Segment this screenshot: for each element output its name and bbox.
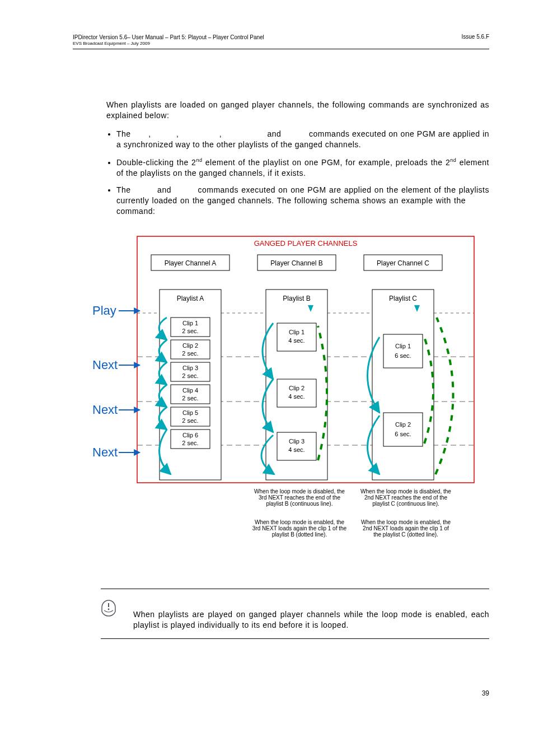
diagram-col-c: Player Channel C Playlist C Clip 1 6 sec… (364, 255, 453, 480)
svg-text:Playlist C: Playlist C (389, 295, 417, 302)
svg-rect-49 (383, 334, 423, 368)
svg-text:Clip 2: Clip 2 (182, 342, 198, 349)
cmd-next-1: Next (92, 358, 118, 372)
svg-point-57 (108, 609, 110, 610)
svg-text:2 sec.: 2 sec. (182, 395, 198, 402)
caption-b1: When the loop mode is disabled, the 3rd … (252, 488, 347, 507)
caption-c1: When the loop mode is disabled, the 2nd … (358, 488, 453, 507)
bullet-list: The , , , and commands executed on one P… (106, 129, 489, 217)
svg-text:Playlist B: Playlist B (283, 295, 310, 302)
svg-text:Playlist A: Playlist A (177, 295, 204, 302)
svg-text:Clip 3: Clip 3 (289, 438, 305, 445)
svg-text:Player Channel B: Player Channel B (270, 259, 322, 267)
svg-text:Clip 2: Clip 2 (395, 421, 411, 428)
svg-text:2 sec.: 2 sec. (182, 440, 198, 446)
diagram-col-a: Player Channel A Playlist A Clip 1 2 sec… (151, 255, 229, 480)
svg-rect-52 (383, 413, 423, 446)
svg-text:Clip 2: Clip 2 (289, 385, 305, 391)
bullet-2: Double-clicking the 2nd element of the p… (116, 157, 489, 178)
svg-text:4 sec.: 4 sec. (288, 393, 305, 400)
diagram-title: GANGED PLAYER CHANNELS (254, 239, 358, 248)
svg-text:2 sec.: 2 sec. (182, 372, 198, 379)
note-block: When playlists are played on ganged play… (101, 589, 489, 639)
svg-text:4 sec.: 4 sec. (288, 337, 305, 344)
header-divider (73, 49, 489, 49)
page-number: 39 (73, 689, 489, 697)
page-header: IPDirector Version 5.6– User Manual – Pa… (73, 34, 489, 46)
svg-text:Clip 4: Clip 4 (182, 387, 198, 394)
svg-text:6 sec.: 6 sec. (395, 431, 411, 437)
bullet-3: The and commands executed on one PGM are… (116, 185, 489, 217)
cmd-next-3: Next (92, 445, 118, 459)
diagram-col-b: Player Channel B Playlist B Clip 1 4 sec… (257, 255, 336, 480)
svg-text:Player Channel A: Player Channel A (165, 259, 217, 267)
svg-text:Clip 3: Clip 3 (182, 365, 198, 371)
svg-text:Clip 1: Clip 1 (289, 329, 305, 335)
intro-paragraph: When playlists are loaded on ganged play… (106, 100, 489, 121)
svg-text:4 sec.: 4 sec. (288, 446, 305, 453)
ganged-channels-diagram: GANGED PLAYER CHANNELS Play Next Next Ne… (84, 234, 489, 561)
caption-b2: When the loop mode is enabled, the 3rd N… (252, 519, 347, 538)
svg-text:Clip 1: Clip 1 (395, 343, 411, 349)
bullet-1: The , , , and commands executed on one P… (116, 129, 489, 150)
note-text: When playlists are played on ganged play… (133, 599, 489, 631)
cmd-next-2: Next (92, 403, 118, 417)
svg-text:Player Channel C: Player Channel C (377, 259, 429, 267)
svg-text:2 sec.: 2 sec. (182, 417, 198, 424)
svg-text:2 sec.: 2 sec. (182, 328, 198, 334)
svg-rect-47 (372, 290, 434, 480)
svg-text:Clip 1: Clip 1 (182, 320, 198, 326)
svg-text:Clip 6: Clip 6 (182, 432, 198, 438)
svg-text:2 sec.: 2 sec. (182, 350, 198, 357)
caption-c2: When the loop mode is enabled, the 2nd N… (358, 519, 453, 538)
cmd-play: Play (92, 304, 116, 318)
svg-text:6 sec.: 6 sec. (395, 352, 411, 359)
svg-text:Clip 5: Clip 5 (182, 409, 198, 416)
header-subtitle: EVS Broadcast Equipment – July 2009 (73, 41, 264, 46)
header-title: IPDirector Version 5.6– User Manual – Pa… (73, 34, 264, 41)
header-issue: Issue 5.6.F (462, 34, 489, 40)
caution-icon (101, 599, 116, 619)
